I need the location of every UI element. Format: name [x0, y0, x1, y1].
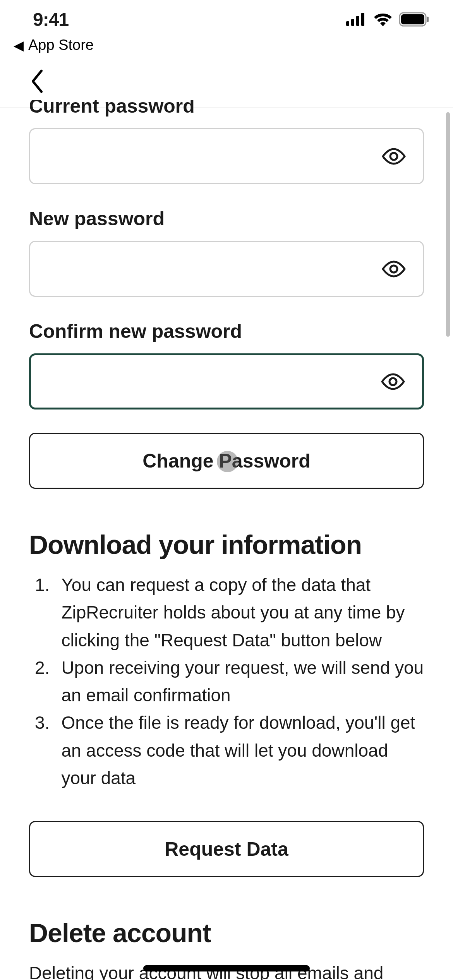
item-text: Upon receiving your request, we will sen…	[61, 654, 424, 709]
chevron-left-icon	[29, 68, 45, 95]
new-password-input[interactable]	[42, 259, 380, 279]
request-data-button[interactable]: Request Data	[29, 821, 424, 877]
current-password-group: Current password	[29, 100, 424, 184]
item-number: 3.	[35, 709, 50, 792]
item-text: Once the file is ready for download, you…	[61, 709, 424, 792]
back-to-app[interactable]: ◀ App Store	[0, 37, 453, 53]
svg-point-7	[390, 153, 397, 160]
svg-rect-6	[427, 17, 429, 22]
eye-icon	[381, 147, 407, 165]
current-password-wrapper	[29, 128, 424, 184]
list-item: 2. Upon receiving your request, we will …	[35, 654, 424, 709]
svg-rect-3	[361, 13, 364, 26]
status-bar: 9:41	[0, 0, 453, 39]
svg-rect-0	[346, 21, 349, 26]
confirm-password-group: Confirm new password	[29, 320, 424, 409]
status-time: 9:41	[33, 9, 69, 30]
svg-rect-2	[356, 16, 359, 26]
current-password-input[interactable]	[42, 147, 380, 166]
wifi-icon	[373, 12, 393, 26]
download-info-list: 1. You can request a copy of the data th…	[29, 571, 424, 792]
list-item: 1. You can request a copy of the data th…	[35, 571, 424, 654]
eye-icon	[380, 373, 406, 391]
home-indicator[interactable]	[143, 965, 310, 971]
scrollbar-thumb[interactable]	[446, 112, 450, 337]
toggle-new-password-visibility[interactable]	[380, 255, 407, 283]
back-triangle-icon: ◀	[14, 38, 24, 53]
cellular-icon	[346, 13, 367, 26]
confirm-password-input[interactable]	[43, 372, 379, 391]
toggle-confirm-password-visibility[interactable]	[379, 368, 407, 395]
list-item: 3. Once the file is ready for download, …	[35, 709, 424, 792]
toggle-current-password-visibility[interactable]	[380, 143, 407, 170]
status-icons	[346, 12, 430, 27]
delete-account-heading: Delete account	[29, 918, 424, 948]
confirm-password-wrapper	[29, 353, 424, 409]
current-password-label: Current password	[29, 100, 424, 117]
svg-point-8	[390, 266, 397, 272]
new-password-label: New password	[29, 207, 424, 230]
back-app-label: App Store	[28, 37, 94, 53]
back-button[interactable]	[29, 68, 45, 99]
item-text: You can request a copy of the data that …	[61, 571, 424, 654]
new-password-group: New password	[29, 207, 424, 297]
battery-icon	[399, 12, 430, 27]
scroll-content: Current password New password Confir	[0, 100, 453, 980]
svg-point-9	[390, 378, 396, 385]
download-info-heading: Download your information	[29, 529, 424, 560]
eye-icon	[381, 260, 407, 278]
change-password-button[interactable]: Change Password	[29, 433, 424, 489]
confirm-password-label: Confirm new password	[29, 320, 424, 343]
svg-rect-5	[401, 14, 424, 24]
item-number: 1.	[35, 571, 50, 654]
new-password-wrapper	[29, 241, 424, 297]
svg-rect-1	[351, 19, 354, 26]
item-number: 2.	[35, 654, 50, 709]
